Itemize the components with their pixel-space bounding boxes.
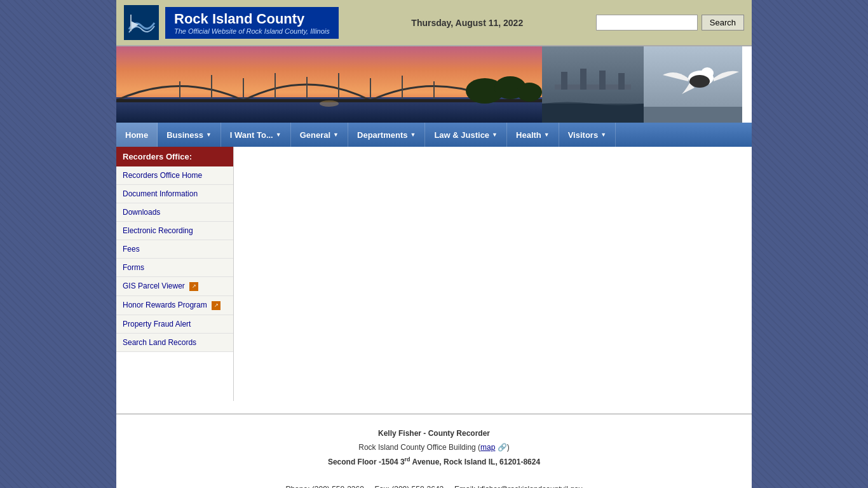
page-content: [234, 147, 752, 401]
sidebar-item-electronic-recording[interactable]: Electronic Recording: [116, 222, 233, 240]
nav-law-arrow: ▼: [492, 132, 498, 138]
footer-separator: [116, 414, 752, 414]
nav-health[interactable]: Health ▼: [507, 123, 559, 147]
svg-rect-20: [561, 72, 567, 90]
banner: [116, 46, 752, 123]
footer-office: Rock Island County Office Building (map …: [123, 441, 745, 455]
header-date: Thursday, August 11, 2022: [411, 18, 523, 28]
logo-area: Rock Island County The Official Website …: [124, 5, 339, 40]
sidebar-item-document-information[interactable]: Document Information: [116, 185, 233, 203]
footer-contact-details: Phone: (309) 558-3360 Fax: (309) 558-364…: [123, 483, 745, 488]
nav-visitors-arrow: ▼: [600, 132, 606, 138]
nav-general[interactable]: General ▼: [291, 123, 348, 147]
svg-rect-21: [580, 69, 587, 90]
nav-home[interactable]: Home: [116, 123, 158, 147]
banner-right-image: [644, 46, 742, 123]
banner-main-image: [116, 46, 542, 123]
page-header: Rock Island County The Official Website …: [116, 0, 752, 46]
search-button[interactable]: Search: [702, 15, 744, 30]
nav-visitors[interactable]: Visitors ▼: [559, 123, 616, 147]
footer-recorder-name: Kelly Fisher - County Recorder: [123, 427, 745, 441]
site-title: Rock Island County: [174, 11, 330, 27]
nav-business-arrow: ▼: [206, 132, 212, 138]
main-content: Recorders Office: Recorders Office Home …: [116, 147, 752, 401]
nav-departments-arrow: ▼: [410, 132, 416, 138]
sidebar-item-honor-rewards[interactable]: Honor Rewards Program ↗: [116, 296, 233, 315]
nav-health-arrow: ▼: [544, 132, 550, 138]
sidebar-item-recorders-office-home[interactable]: Recorders Office Home: [116, 166, 233, 185]
sidebar-item-fees[interactable]: Fees: [116, 240, 233, 259]
svg-rect-24: [542, 104, 644, 123]
nav-iwantto-arrow: ▼: [276, 132, 281, 138]
nav-i-want-to[interactable]: I Want To... ▼: [221, 123, 291, 147]
search-area: Search: [596, 15, 744, 30]
logo-icon: [124, 5, 159, 40]
svg-point-17: [320, 100, 339, 107]
svg-rect-29: [644, 107, 742, 123]
sidebar-item-downloads[interactable]: Downloads: [116, 203, 233, 222]
sidebar-item-property-fraud-alert[interactable]: Property Fraud Alert: [116, 315, 233, 334]
nav-departments[interactable]: Departments ▼: [348, 123, 425, 147]
main-nav: Home Business ▼ I Want To... ▼ General ▼…: [116, 123, 752, 147]
sidebar: Recorders Office: Recorders Office Home …: [116, 147, 234, 401]
footer-map-link[interactable]: map: [480, 443, 495, 452]
nav-general-arrow: ▼: [333, 132, 339, 138]
nav-business[interactable]: Business ▼: [158, 123, 221, 147]
sidebar-item-gis-parcel-viewer[interactable]: GIS Parcel Viewer ↗: [116, 277, 233, 296]
sidebar-item-search-land-records[interactable]: Search Land Records: [116, 334, 233, 352]
external-link-icon-gis: ↗: [189, 282, 198, 291]
svg-rect-22: [599, 71, 606, 90]
svg-point-28: [689, 75, 710, 88]
svg-rect-23: [618, 73, 625, 90]
site-subtitle: The Official Website of Rock Island Coun…: [174, 27, 330, 35]
external-link-icon-honor: ↗: [212, 301, 220, 310]
search-input[interactable]: [596, 15, 698, 30]
nav-law-justice[interactable]: Law & Justice ▼: [425, 123, 507, 147]
footer-address: Second Floor -1504 3rd Avenue, Rock Isla…: [123, 454, 745, 470]
banner-middle-image: [542, 46, 644, 123]
footer-info: Kelly Fisher - County Recorder Rock Isla…: [116, 421, 752, 488]
sidebar-item-forms[interactable]: Forms: [116, 259, 233, 277]
sidebar-header: Recorders Office:: [116, 147, 233, 166]
logo-text-area: Rock Island County The Official Website …: [165, 7, 339, 39]
svg-point-16: [517, 83, 542, 102]
